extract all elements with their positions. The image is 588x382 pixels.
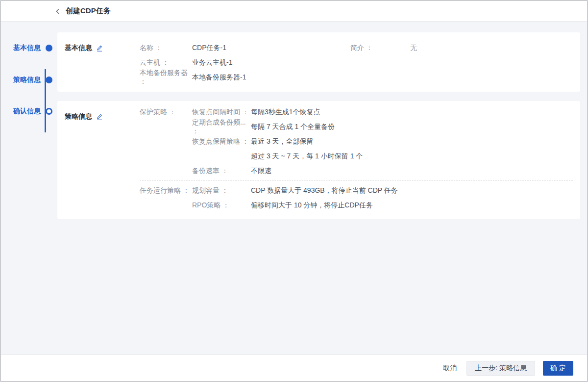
field-value: 不限速	[251, 167, 271, 176]
field-value: CDP任务-1	[192, 44, 226, 52]
edit-policy-info-icon[interactable]	[96, 113, 103, 121]
field-row: 超过 3 天 ~ 7 天，每 1 小时保留 1 个	[192, 149, 573, 164]
field-row: 定期合成备份频... ： 每隔 7 天合成 1 个全量备份	[192, 120, 573, 134]
field-label: 备份速率 ：	[192, 167, 251, 176]
field-value: 偏移时间大于 10 分钟，将停止CDP任务	[251, 201, 373, 210]
policy-card-title: 策略信息	[65, 112, 92, 121]
field-value: 每隔3秒生成1个恢复点	[251, 108, 320, 117]
basic-info-side-field: 简介 ： 无	[350, 41, 417, 55]
step-basic-info[interactable]: 基本信息	[13, 41, 52, 55]
confirm-button[interactable]: 确 定	[543, 361, 573, 376]
cancel-button[interactable]: 取消	[441, 361, 459, 376]
field-row: RPO策略 ： 偏移时间大于 10 分钟，将停止CDP任务	[192, 198, 573, 213]
field-label: 恢复点间隔时间 ：	[192, 108, 251, 117]
step-label: 基本信息	[13, 44, 42, 52]
previous-step-button[interactable]: 上一步: 策略信息	[466, 361, 535, 376]
step-label: 策略信息	[13, 76, 42, 84]
field-row: 备份速率 ： 不限速	[192, 164, 573, 178]
step-dot-filled-icon	[46, 45, 52, 51]
section-divider	[140, 180, 573, 181]
field-row: 恢复点保留策略 ： 最近 3 天，全部保留	[192, 134, 573, 149]
field-row: 名称 ： CDP任务-1	[140, 41, 246, 55]
field-label: 规划容量 ：	[192, 186, 251, 195]
step-dot-open-icon	[46, 108, 52, 115]
field-row: 恢复点间隔时间 ： 每隔3秒生成1个恢复点	[192, 105, 573, 120]
protect-policy-rows: 恢复点间隔时间 ： 每隔3秒生成1个恢复点 定期合成备份频... ： 每隔 7 …	[192, 105, 573, 178]
field-row: 本地备份服务器 ： 本地备份服务器-1	[140, 70, 246, 85]
field-label: 云主机 ：	[140, 58, 192, 67]
edit-basic-info-icon[interactable]	[96, 45, 103, 52]
policy-info-card: 策略信息 保护策略 ： 恢复点间隔时间 ： 每隔3秒生成1个恢复点 定期合成备份…	[57, 101, 580, 219]
field-value: 无	[410, 44, 417, 52]
run-policy-group-label: 任务运行策略 ：	[140, 183, 190, 198]
field-row: 规划容量 ： CDP 数据量大于 493GB，将停止当前 CDP 任务	[192, 183, 573, 198]
field-row: 简介 ： 无	[350, 41, 417, 55]
page-title: 创建CDP任务	[66, 6, 111, 16]
run-policy-rows: 规划容量 ： CDP 数据量大于 493GB，将停止当前 CDP 任务 RPO策…	[192, 183, 573, 213]
field-label: 本地备份服务器 ：	[140, 69, 192, 86]
step-label: 确认信息	[13, 107, 42, 116]
field-label: 名称 ：	[140, 44, 192, 52]
field-label: 恢复点保留策略 ：	[192, 137, 251, 146]
field-label: RPO策略 ：	[192, 201, 251, 210]
basic-info-card: 基本信息 名称 ： CDP任务-1 云主机 ： 业务云主机-1 本地备份服务器 …	[57, 32, 580, 92]
protect-policy-group-label: 保护策略 ：	[140, 105, 176, 120]
footer-action-bar: 取消 上一步: 策略信息 确 定	[1, 355, 587, 381]
field-value: 超过 3 天 ~ 7 天，每 1 小时保留 1 个	[251, 152, 363, 161]
page-header: 创建CDP任务	[1, 1, 587, 22]
field-value: 最近 3 天，全部保留	[251, 137, 314, 146]
basic-info-fields: 名称 ： CDP任务-1 云主机 ： 业务云主机-1 本地备份服务器 ： 本地备…	[140, 41, 246, 85]
basic-card-title: 基本信息	[65, 44, 92, 52]
wizard-stepper: 基本信息 策略信息 确认信息	[1, 22, 55, 169]
step-policy-info[interactable]: 策略信息	[13, 73, 52, 87]
field-value: 每隔 7 天合成 1 个全量备份	[251, 123, 335, 131]
field-row: 云主机 ： 业务云主机-1	[140, 55, 246, 70]
step-confirm-info[interactable]: 确认信息	[13, 104, 52, 119]
step-dot-filled-icon	[46, 76, 52, 83]
field-value: 本地备份服务器-1	[192, 73, 246, 82]
field-value: CDP 数据量大于 493GB，将停止当前 CDP 任务	[251, 186, 398, 195]
field-label: 简介 ：	[350, 44, 410, 52]
field-value: 业务云主机-1	[192, 58, 232, 67]
field-label: 定期合成备份频... ：	[192, 118, 251, 136]
create-cdp-task-page: 创建CDP任务 基本信息 策略信息 确认信息 基本信息 名称 ： CDP任务-	[0, 0, 588, 382]
back-icon[interactable]	[53, 6, 63, 16]
